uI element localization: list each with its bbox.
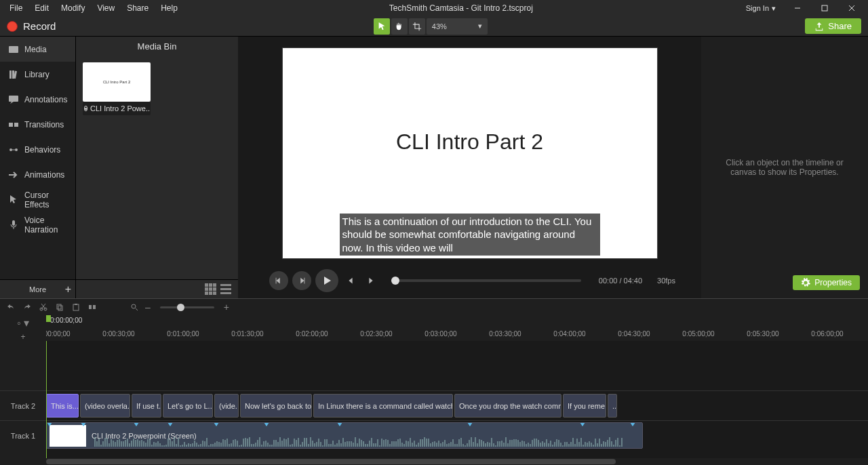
timeline-scrollbar[interactable] [0,458,868,465]
record-icon [7,21,18,32]
sidebar-tab-transitions[interactable]: Transitions [0,112,75,137]
clip-marker[interactable] [214,422,219,426]
redo-button[interactable] [22,302,33,312]
zoom-slider-handle[interactable] [177,304,184,311]
seek-handle[interactable] [391,277,399,285]
chevron-down-icon: ▾ [772,4,776,13]
sidebar-tab-media[interactable]: Media [0,37,75,62]
properties-button[interactable]: Properties [793,275,860,290]
zoom-out-button[interactable]: – [145,302,151,312]
minimize-button[interactable] [785,0,810,16]
ruler-tick: 0:01:00;00 [167,330,199,338]
copy-button[interactable] [54,302,65,312]
clip-marker[interactable] [167,422,173,426]
track-label-2[interactable]: Track 2 [0,390,46,420]
menu-file[interactable]: File [4,2,28,14]
cut-button[interactable] [38,302,49,312]
menu-help[interactable]: Help [155,2,183,14]
caption-clip[interactable]: This is... [46,394,79,418]
clip-marker[interactable] [337,422,342,426]
clip-marker[interactable] [580,422,585,426]
menu-edit[interactable]: Edit [29,2,54,14]
previous-frame-button[interactable] [269,271,288,290]
timeline-ruler[interactable]: 0:00:00;00 0:00:00;000:00:30;000:01:00;0… [46,315,868,341]
svg-rect-16 [75,304,77,305]
caption-clip[interactable]: Let's go to L... [163,394,213,418]
record-button[interactable]: Record [0,20,56,32]
clip-marker[interactable] [47,422,52,426]
track-label-1[interactable]: Track 1 [0,420,46,450]
menu-modify[interactable]: Modify [56,2,90,14]
ruler-tick: 0:06:00;00 [811,330,843,338]
ruler-tick: 0:03:00;00 [425,330,456,338]
timeline-panel: – + ◦ ▾ + ▾ 0:00:00;00 0:00:00;000:00:30… [0,298,868,465]
split-button[interactable] [87,302,98,312]
ruler-tick: 0:04:30;00 [618,330,650,338]
svg-rect-15 [73,304,79,310]
caption-clip[interactable]: If you reme... [563,394,606,418]
undo-button[interactable] [5,302,16,312]
track-row-1[interactable]: CLI Intro 2 Powerpoint (Screen) [46,420,868,450]
clip-marker[interactable] [630,422,635,426]
caption-clip[interactable]: In Linux there is a command called watch… [313,394,453,418]
maximize-button[interactable] [812,0,837,16]
clip-marker[interactable] [81,422,86,426]
caption-clip[interactable]: Now let's go back to... [240,394,312,418]
sidebar-tab-annotations[interactable]: Annotations [0,87,75,112]
playhead-time: 0:00:00;00 [49,317,83,324]
share-button[interactable]: Share [805,18,861,34]
menu-share[interactable]: Share [121,2,154,14]
sidebar-tab-behaviors[interactable]: Behaviors [0,137,75,162]
add-track-button[interactable]: + [18,332,28,342]
marker-dropdown-icon[interactable]: ◦ ▾ [17,317,29,329]
timeline-zoom-slider[interactable] [160,306,214,308]
crop-tool-button[interactable] [409,18,425,35]
caption-overlay: This is a continuation of our introducti… [340,214,600,256]
svg-rect-17 [89,305,92,309]
record-label: Record [23,20,56,32]
paste-button[interactable] [71,302,81,312]
menu-view[interactable]: View [92,2,120,14]
select-tool-button[interactable] [374,18,390,35]
tool-sidebar: Media Library Annotations Transitions Be… [0,37,76,298]
track-row-2[interactable]: This is...(video overla...If use t...Let… [46,390,868,420]
pan-tool-button[interactable] [391,18,408,35]
close-button[interactable] [840,0,864,16]
sidebar-tab-animations[interactable]: Animations [0,162,75,187]
title-bar: File Edit Modify View Share Help TechSmi… [0,0,868,16]
playback-fps: 30fps [652,277,681,285]
caption-clip[interactable]: Once you drop the watch comm... [454,394,561,418]
canvas-zoom-select[interactable]: 43%▾ [427,18,488,35]
sidebar-tab-library[interactable]: Library [0,62,75,87]
caption-clip[interactable]: (video overla... [80,394,130,418]
more-label: More [29,285,46,294]
play-button[interactable] [315,269,338,292]
clip-marker[interactable] [264,422,269,426]
caption-clip[interactable]: ... [608,394,617,418]
sign-in-button[interactable]: Sign In ▾ [739,4,783,13]
sidebar-more-button[interactable]: More + [0,279,75,298]
grid-view-button[interactable] [204,283,216,296]
caption-clip[interactable]: If use t... [132,394,161,418]
seek-bar[interactable] [391,279,581,282]
preview-canvas[interactable]: CLI Intro Part 2 This is a continuation … [283,48,657,258]
share-label: Share [828,21,852,31]
toolbar-row: Record 43%▾ Share [0,16,868,37]
previous-clip-button[interactable] [342,272,359,289]
list-view-button[interactable] [220,283,233,296]
zoom-in-button[interactable]: + [224,302,229,312]
sidebar-tab-voice-narration[interactable]: Voice Narration [0,212,75,237]
properties-hint: Click an object on the timeline or canva… [715,158,854,177]
next-clip-button[interactable] [363,272,379,289]
clip-marker[interactable] [467,422,473,426]
caption-clip[interactable]: (vide... [214,394,239,418]
playhead-line [46,341,47,458]
media-item[interactable]: CLI Intro Part 2 CLI Intro 2 Powe... [83,62,151,115]
playback-time: 00:00 / 04:40 [593,277,648,285]
media-clip[interactable]: CLI Intro 2 Powerpoint (Screen) [46,422,643,449]
media-thumbnail: CLI Intro Part 2 [83,62,151,102]
sidebar-tab-cursor-effects[interactable]: Cursor Effects [0,187,75,212]
clip-marker[interactable] [134,422,139,426]
next-frame-button[interactable] [292,271,311,290]
svg-rect-14 [58,306,62,310]
